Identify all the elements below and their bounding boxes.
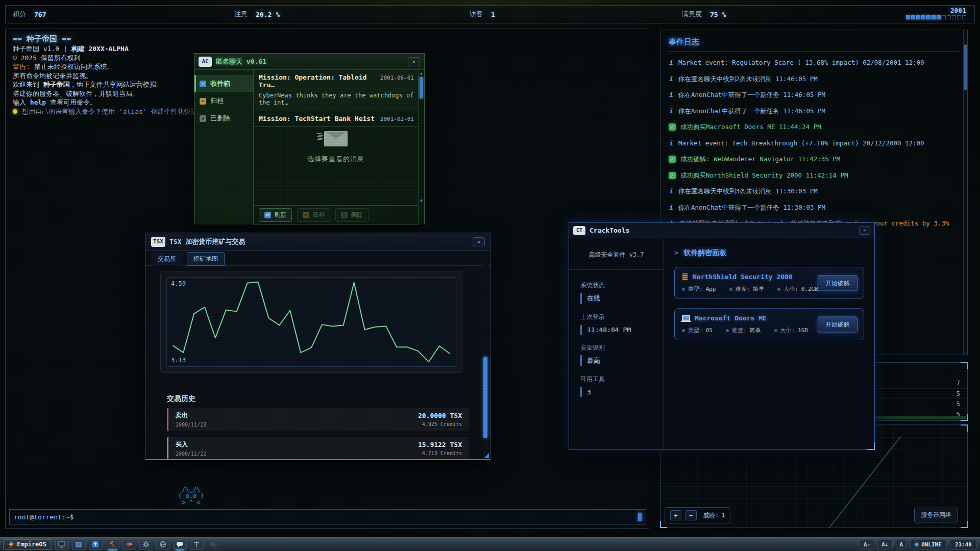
tsx-trading-window: TSX TSX 加密货币挖矿与交易 ✕ 交易所 挖矿地图 4.59 3.13 交… bbox=[145, 233, 491, 460]
resize-handle[interactable] bbox=[484, 453, 489, 458]
font-decrease-button[interactable]: A- bbox=[860, 540, 874, 549]
trade-history-title: 交易历史 bbox=[167, 394, 195, 404]
available-tools-section: 可用工具 3 bbox=[569, 375, 664, 397]
store-monitor-icon[interactable] bbox=[55, 539, 69, 550]
cracktools-titlebar[interactable]: CT CrackTools ✕ bbox=[569, 223, 874, 238]
archive-icon: ≡ bbox=[200, 98, 206, 105]
info-icon: i bbox=[669, 187, 674, 195]
trade-row-buy[interactable]: 买入 2000/11/22 15.9122 TSX 4.713 Credits bbox=[167, 437, 469, 459]
log-entry: i你在匿名聊天中收到2条未读消息 11:46:05 PM bbox=[669, 75, 959, 83]
log-entry: ✓成功购买Macrosoft Doors ME 11:44:24 PM bbox=[669, 123, 959, 131]
zoom-out-button[interactable]: − bbox=[685, 510, 697, 520]
zoom-in-button[interactable]: + bbox=[670, 510, 681, 520]
log-entry-text: 你在AnonChat中获得了一个新任务 11:46:05 PM bbox=[678, 91, 825, 99]
tsx-content: 4.59 3.13 交易历史 卖出 2000/11/23 20.0000 TSX… bbox=[146, 266, 490, 459]
build-line: 搭建你的服务器、破解软件，并躲避当局。 bbox=[13, 89, 210, 98]
upload-icon[interactable] bbox=[89, 539, 103, 550]
security-app-icon bbox=[682, 273, 688, 281]
anonchat-app-badge: AC bbox=[199, 57, 212, 67]
stat-satisfaction: 满意度 75 % bbox=[682, 6, 726, 23]
log-entry: i你在AnonChat中获得了一个新任务 11:46:05 PM bbox=[669, 91, 959, 99]
start-crack-button[interactable]: 开始破解 bbox=[818, 275, 857, 291]
year-indicator: 2001 bbox=[906, 7, 966, 19]
info-icon: i bbox=[669, 59, 674, 67]
security-level-section: 安全级别 最高 bbox=[569, 343, 664, 366]
chat-bubble-icon[interactable] bbox=[173, 539, 187, 550]
scroll-thumb[interactable] bbox=[483, 357, 487, 438]
tab-mining-map[interactable]: 挖矿地图 bbox=[187, 252, 225, 266]
scroll-thumb[interactable] bbox=[420, 77, 423, 98]
start-menu-button[interactable]: EmpireOS bbox=[3, 539, 52, 550]
network-globe-icon[interactable] bbox=[156, 539, 170, 550]
bolt-icon bbox=[9, 541, 14, 548]
log-entry-text: 成功购买NorthShield Security 2000 11:42:14 P… bbox=[680, 171, 848, 180]
event-log-entries: iMarket event: Regulatory Scare (-13.68%… bbox=[669, 59, 959, 236]
start-crack-button[interactable]: 开始破解 bbox=[818, 316, 857, 332]
sidebar-item-archive[interactable]: ≡ 归档 bbox=[194, 92, 253, 110]
bullet-icon bbox=[729, 288, 732, 291]
top-status-bar: 积分 767 注意 20.2 % 访客 1 满意度 75 % 2001 bbox=[5, 5, 975, 23]
progress-block bbox=[957, 15, 961, 19]
archive-icon: ≡ bbox=[303, 212, 309, 218]
marketing-megaphone-icon[interactable] bbox=[122, 539, 136, 550]
server-network-button[interactable]: 服务器网络 bbox=[914, 508, 958, 522]
trade-row-sell[interactable]: 卖出 2000/11/23 20.0000 TSX 4.925 Credits bbox=[167, 408, 469, 431]
crack-target-card: NorthShield Security 2000 类型:App 难度:简单 大… bbox=[674, 267, 864, 299]
network-zoom-controls: + − 威胁:1 bbox=[665, 507, 730, 523]
stat-attention: 注意 20.2 % bbox=[234, 6, 280, 23]
trash-icon: ▥ bbox=[341, 212, 348, 218]
font-reset-button[interactable]: A bbox=[896, 540, 908, 549]
refresh-button[interactable]: ⟳ 刷新 bbox=[259, 208, 292, 222]
tab-exchange[interactable]: 交易所 bbox=[151, 252, 183, 266]
system-status-section: 系统状态 在线 bbox=[569, 281, 664, 304]
sidebar-item-deleted[interactable]: ▥ 已删除 bbox=[194, 110, 253, 127]
check-icon: ✓ bbox=[669, 156, 676, 163]
anonchat-titlebar[interactable]: AC 匿名聊天 v0.61 ✕ bbox=[194, 54, 424, 70]
help-line: 输入 help 查看可用命令。 bbox=[13, 98, 210, 107]
scroll-down-icon[interactable]: ▼ bbox=[419, 198, 424, 203]
anonchat-title: 匿名聊天 v0.61 bbox=[216, 57, 266, 66]
check-icon: ✓ bbox=[669, 123, 676, 131]
terminal-prompt: root@torrent:~$ bbox=[14, 513, 74, 521]
decrypt-panel-title: >软件解密面板 bbox=[674, 248, 864, 258]
message-list-item[interactable]: Mission: Operation: Tabloid Tru… 2001-06… bbox=[254, 70, 424, 111]
message-list-item[interactable]: Mission: TechStart Bank Heist 2001-02-01 bbox=[254, 111, 424, 127]
online-dot-icon bbox=[915, 543, 918, 546]
tsx-titlebar[interactable]: TSX TSX 加密货币挖矿与交易 ✕ bbox=[146, 233, 490, 251]
sidebar-item-inbox[interactable]: ▾ 收件箱 bbox=[194, 75, 253, 92]
message-list-scrollbar[interactable]: ▲ ▼ bbox=[418, 70, 424, 224]
archive-button[interactable]: ≡ 归档 bbox=[297, 208, 330, 222]
close-icon[interactable]: ✕ bbox=[859, 227, 870, 235]
progress-block bbox=[952, 15, 956, 19]
anonchat-sidebar: ▾ 收件箱 ≡ 归档 ▥ 已删除 bbox=[194, 70, 254, 224]
font-increase-button[interactable]: A+ bbox=[877, 540, 892, 549]
year-progress-blocks bbox=[906, 15, 966, 19]
scroll-up-icon[interactable]: ▲ bbox=[419, 71, 424, 76]
event-log-scrollbar[interactable] bbox=[963, 30, 967, 355]
inbox-icon: ▾ bbox=[200, 81, 206, 87]
close-icon[interactable]: ✕ bbox=[473, 237, 485, 246]
log-entry: iMarket event: Regulatory Scare (-13.68%… bbox=[669, 59, 959, 67]
stat-visitors: 访客 1 bbox=[470, 6, 495, 23]
close-icon[interactable]: ✕ bbox=[408, 57, 420, 66]
info-icon: i bbox=[669, 91, 674, 99]
info-icon: i bbox=[669, 204, 674, 212]
cracktools-app-badge: CT bbox=[573, 226, 585, 235]
mail-package-icon[interactable] bbox=[72, 539, 86, 550]
decrypt-panel: >软件解密面板 NorthShield Security 2000 类型:App… bbox=[664, 238, 874, 449]
progress-block bbox=[947, 15, 951, 19]
scroll-thumb[interactable] bbox=[964, 44, 967, 90]
mining-pickaxe-icon[interactable] bbox=[190, 539, 204, 550]
finance-coins-icon[interactable] bbox=[207, 539, 220, 550]
warning-line: 警告: 禁止未经授权访问此系统。 bbox=[13, 62, 210, 71]
build-hammer-icon[interactable] bbox=[106, 539, 119, 550]
tsx-price-chart: 4.59 3.13 bbox=[166, 277, 456, 367]
settings-gear-icon[interactable] bbox=[139, 539, 153, 550]
delete-button[interactable]: ▥ 删除 bbox=[335, 208, 369, 222]
terminal-input[interactable]: root@torrent:~$ bbox=[9, 509, 646, 524]
progress-block bbox=[926, 15, 930, 19]
cat-ascii-art: /\_/\ ( o.o ) > ^ < bbox=[178, 486, 204, 506]
trade-history-list: 卖出 2000/11/23 20.0000 TSX 4.925 Credits … bbox=[167, 408, 469, 459]
log-entry-text: 你在AnonChat中获得了一个新任务 11:30:03 PM bbox=[678, 204, 825, 212]
corner-bracket bbox=[961, 362, 968, 369]
